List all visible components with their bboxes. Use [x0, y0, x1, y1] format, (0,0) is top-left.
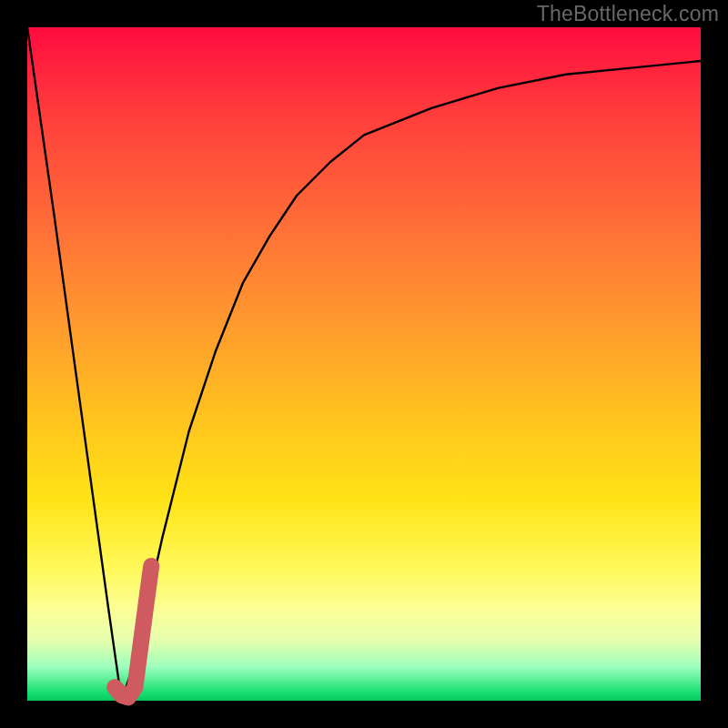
- plot-area: [27, 27, 701, 701]
- chart-svg: [27, 27, 701, 701]
- curve-line: [27, 27, 701, 701]
- chart-frame: TheBottleneck.com: [0, 0, 728, 728]
- branding-watermark: TheBottleneck.com: [537, 2, 719, 26]
- marker-stroke: [115, 566, 151, 697]
